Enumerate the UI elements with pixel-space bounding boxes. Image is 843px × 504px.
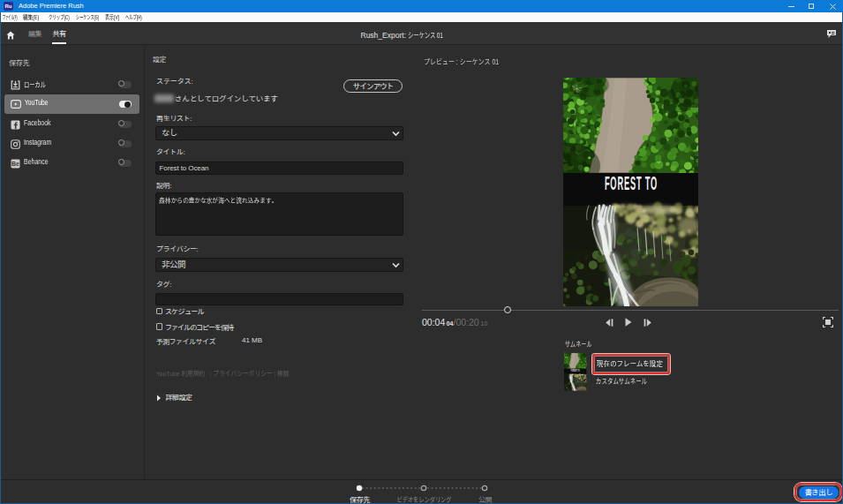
svg-text:Be: Be xyxy=(11,161,19,167)
